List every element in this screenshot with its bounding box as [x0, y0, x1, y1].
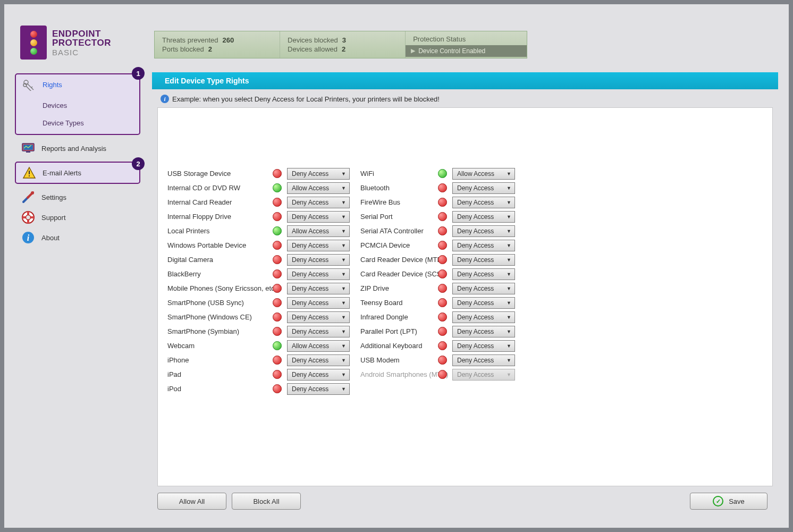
chevron-down-icon: ▼: [507, 343, 511, 349]
access-combo[interactable]: Deny Access▼: [452, 211, 515, 223]
sidebar-sub-devices[interactable]: Devices: [43, 97, 139, 114]
device-name: ZIP Drive: [360, 284, 436, 292]
status-deny-icon: [438, 327, 447, 336]
logo-line1: ENDPOINT: [52, 29, 111, 38]
sidebar-item-reports[interactable]: Reports and Analysis: [15, 138, 140, 158]
device-name: WiFi: [360, 170, 436, 178]
device-name: BlackBerry: [167, 270, 271, 278]
access-combo[interactable]: Deny Access▼: [287, 297, 350, 309]
access-combo[interactable]: Deny Access▼: [287, 369, 350, 381]
access-combo[interactable]: Allow Access▼: [287, 182, 350, 194]
stat-devblocked-label: Devices blocked: [288, 36, 338, 44]
access-combo-value: Deny Access: [457, 299, 494, 307]
status-deny-icon: [273, 284, 282, 293]
device-name: iPhone: [167, 356, 271, 364]
device-row: Parallel Port (LPT)Deny Access▼: [360, 324, 515, 339]
chevron-down-icon: ▼: [507, 171, 511, 176]
traffic-light-icon: [20, 26, 47, 60]
device-row: BlackBerryDeny Access▼: [167, 267, 350, 281]
status-deny-icon: [273, 356, 282, 365]
svg-rect-6: [29, 175, 30, 176]
stat-threats-value: 260: [223, 36, 234, 44]
device-name: USB Modem: [360, 356, 436, 364]
access-combo[interactable]: Deny Access▼: [452, 354, 515, 366]
access-combo[interactable]: Deny Access▼: [452, 182, 515, 194]
device-row: FireWire BusDeny Access▼: [360, 195, 515, 209]
device-name: Card Reader Device (MTD): [360, 256, 436, 264]
chevron-down-icon: ▼: [341, 315, 346, 320]
device-name: Serial Port: [360, 213, 436, 221]
status-deny-icon: [273, 255, 282, 264]
stat-protection-status[interactable]: ▶ Device Control Enabled: [406, 45, 527, 57]
sidebar-item-alerts[interactable]: E-mail Alerts: [16, 163, 139, 183]
access-combo[interactable]: Deny Access▼: [287, 168, 350, 180]
access-combo[interactable]: Deny Access▼: [287, 268, 350, 280]
access-combo[interactable]: Deny Access▼: [452, 268, 515, 280]
access-combo[interactable]: Deny Access▼: [287, 326, 350, 337]
chevron-down-icon: ▼: [341, 386, 346, 392]
access-combo[interactable]: Deny Access▼: [452, 197, 515, 208]
access-combo[interactable]: Deny Access▼: [287, 197, 350, 208]
device-row: iPhoneDeny Access▼: [167, 353, 350, 367]
info-small-icon: i: [161, 95, 169, 103]
access-combo[interactable]: Deny Access▼: [452, 297, 515, 309]
device-row: Mobile Phones (Sony Ericsson, etc.)Deny …: [167, 281, 350, 295]
device-name: Serial ATA Controller: [360, 227, 436, 235]
allow-all-button[interactable]: Allow All: [157, 493, 226, 510]
content-box: USB Storage DeviceDeny Access▼Internal C…: [157, 107, 773, 486]
device-column-left: USB Storage DeviceDeny Access▼Internal C…: [167, 166, 350, 396]
badge-1: 1: [132, 67, 145, 80]
status-allow-icon: [273, 183, 282, 192]
access-combo[interactable]: Deny Access▼: [452, 225, 515, 237]
device-row: Digital CameraDeny Access▼: [167, 252, 350, 267]
access-combo[interactable]: Allow Access▼: [287, 340, 350, 352]
access-combo[interactable]: Deny Access▼: [287, 240, 350, 251]
info-text: Example: when you select Deny Access for…: [172, 95, 440, 103]
device-name: Parallel Port (LPT): [360, 327, 436, 335]
access-combo[interactable]: Deny Access▼: [287, 283, 350, 294]
svg-rect-5: [29, 171, 30, 174]
status-deny-icon: [438, 226, 447, 235]
device-row: Internal Card ReaderDeny Access▼: [167, 195, 350, 209]
chevron-down-icon: ▼: [507, 300, 511, 306]
access-combo[interactable]: Deny Access▼: [452, 311, 515, 323]
access-combo-value: Deny Access: [457, 227, 494, 235]
status-deny-icon: [273, 313, 282, 322]
access-combo[interactable]: Deny Access▼: [287, 354, 350, 366]
sidebar-item-about[interactable]: i About: [15, 227, 140, 248]
access-combo-value: Deny Access: [457, 256, 494, 264]
access-combo[interactable]: Deny Access▼: [452, 340, 515, 352]
warning-icon: [21, 165, 37, 181]
access-combo[interactable]: Deny Access▼: [452, 326, 515, 337]
access-combo[interactable]: Deny Access▼: [452, 283, 515, 294]
block-all-button[interactable]: Block All: [232, 493, 301, 510]
save-button[interactable]: ✓ Save: [690, 493, 767, 510]
sidebar-item-support[interactable]: Support: [15, 207, 140, 227]
status-allow-icon: [273, 226, 282, 235]
access-combo[interactable]: Deny Access▼: [287, 383, 350, 395]
sidebar-item-settings[interactable]: Settings: [15, 187, 140, 207]
access-combo-value: Deny Access: [457, 357, 494, 364]
chevron-down-icon: ▼: [341, 272, 346, 277]
access-combo-value: Deny Access: [292, 371, 328, 378]
save-button-label: Save: [729, 497, 745, 505]
access-combo[interactable]: Allow Access▼: [452, 168, 515, 180]
access-combo-value: Allow Access: [292, 227, 329, 235]
device-name: Additional Keyboard: [360, 342, 436, 350]
access-combo[interactable]: Deny Access▼: [287, 211, 350, 223]
device-name: FireWire Bus: [360, 198, 436, 206]
device-row: SmartPhone (Symbian)Deny Access▼: [167, 324, 350, 339]
access-combo[interactable]: Deny Access▼: [452, 240, 515, 251]
device-name: Digital Camera: [167, 256, 271, 264]
device-row: Android Smartphones (MTP)Deny Access▼: [360, 367, 515, 382]
sidebar-sub-device-types[interactable]: Device Types: [43, 114, 139, 132]
chevron-down-icon: ▼: [507, 185, 511, 191]
sidebar-item-rights[interactable]: Rights: [16, 74, 139, 95]
device-row: ZIP DriveDeny Access▼: [360, 281, 515, 295]
access-combo[interactable]: Deny Access▼: [452, 254, 515, 266]
access-combo[interactable]: Deny Access▼: [287, 311, 350, 323]
status-deny-icon: [438, 241, 447, 250]
stat-ports-label: Ports blocked: [162, 45, 204, 53]
access-combo[interactable]: Deny Access▼: [287, 254, 350, 266]
access-combo[interactable]: Allow Access▼: [287, 225, 350, 237]
